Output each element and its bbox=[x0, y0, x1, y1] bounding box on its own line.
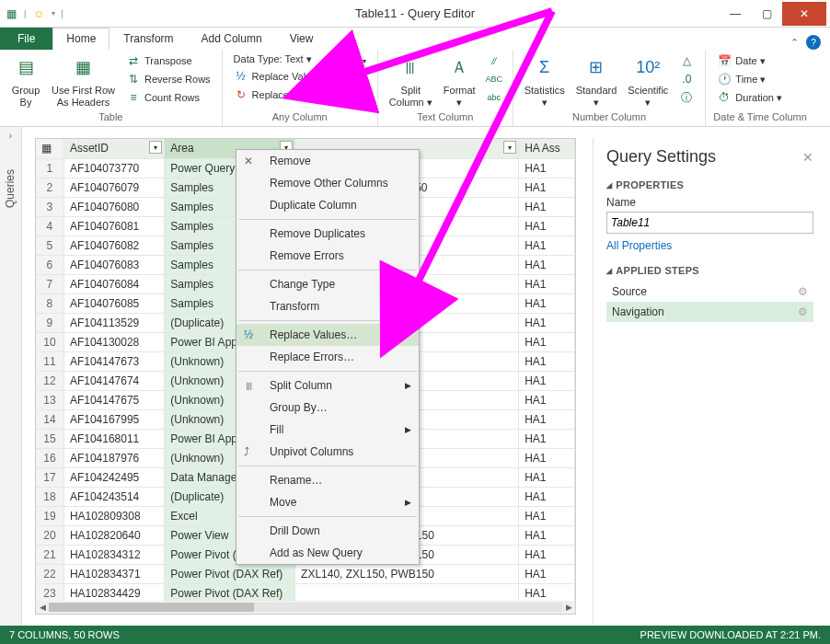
minimize-button[interactable]: — bbox=[720, 2, 751, 26]
queries-rail[interactable]: › Queries bbox=[0, 127, 22, 626]
row-number[interactable]: 14 bbox=[36, 409, 63, 429]
cm-fill[interactable]: Fill▶ bbox=[236, 419, 419, 441]
cell-ha[interactable]: HA1 bbox=[519, 293, 575, 313]
tab-transform[interactable]: Transform bbox=[110, 28, 187, 50]
tab-file[interactable]: File bbox=[0, 28, 52, 50]
cell-ha[interactable]: HA1 bbox=[519, 274, 575, 293]
collapse-icon[interactable]: ◢ bbox=[606, 181, 612, 190]
scroll-right-icon[interactable]: ▶ bbox=[562, 603, 575, 612]
cell-ha[interactable]: HA1 bbox=[519, 390, 575, 409]
info-button[interactable]: ⓘ bbox=[675, 88, 697, 107]
expand-queries-icon[interactable]: › bbox=[9, 131, 12, 141]
cell-assetid[interactable]: AF104147675 bbox=[63, 390, 164, 409]
cell-assetid[interactable]: HA102834371 bbox=[63, 564, 164, 583]
scientific-button[interactable]: 10² Scientific ▾ bbox=[624, 52, 672, 110]
cell-assetid[interactable]: AF104130028 bbox=[63, 332, 164, 351]
scroll-left-icon[interactable]: ◀ bbox=[36, 603, 49, 612]
row-number[interactable]: 22 bbox=[36, 564, 63, 583]
cell-assetid[interactable]: AF104167995 bbox=[63, 409, 164, 429]
cell-ha[interactable]: HA1 bbox=[519, 448, 575, 467]
query-name-input[interactable] bbox=[606, 212, 813, 234]
all-properties-link[interactable]: All Properties bbox=[606, 239, 672, 252]
cell-ha[interactable]: HA1 bbox=[519, 158, 575, 178]
fill-button[interactable]: ⬇▾ bbox=[340, 52, 370, 70]
first-row-headers-button[interactable]: ▦ Use First Row As Headers bbox=[48, 52, 119, 110]
row-number[interactable]: 1 bbox=[36, 158, 63, 178]
cell-ha[interactable]: HA1 bbox=[519, 197, 575, 216]
cm-replace-values[interactable]: ½Replace Values… bbox=[236, 324, 419, 346]
applied-step[interactable]: Source⚙ bbox=[606, 282, 813, 302]
col-haasset[interactable]: HA Ass bbox=[519, 139, 575, 158]
cell-ha[interactable]: HA1 bbox=[519, 525, 575, 545]
collapse-ribbon-icon[interactable]: ⌃ bbox=[790, 37, 799, 49]
cell-area[interactable]: Power Pivot (DAX Ref) bbox=[165, 583, 295, 603]
cm-add-as-query[interactable]: Add as New Query bbox=[236, 542, 419, 564]
row-number[interactable]: 15 bbox=[36, 429, 63, 448]
cell-assetid[interactable]: AF104113529 bbox=[63, 313, 164, 332]
cell-assetid[interactable]: AF104242495 bbox=[63, 467, 164, 487]
cell-assetid[interactable]: HA102809308 bbox=[63, 506, 164, 525]
row-number[interactable]: 17 bbox=[36, 467, 63, 487]
row-number[interactable]: 11 bbox=[36, 351, 63, 371]
replace-errors-button[interactable]: ↻Replace Errors bbox=[230, 86, 335, 104]
collapse-icon[interactable]: ◢ bbox=[606, 267, 612, 275]
row-number[interactable]: 19 bbox=[36, 506, 63, 525]
count-rows-button[interactable]: ≡Count Rows bbox=[122, 88, 214, 107]
row-number[interactable]: 5 bbox=[36, 236, 63, 255]
cell-ha[interactable]: HA1 bbox=[519, 236, 575, 255]
cm-split-column[interactable]: ⫼Split Column▶ bbox=[236, 374, 419, 397]
format-button[interactable]: Ａ Format ▾ bbox=[440, 52, 479, 110]
row-number[interactable]: 4 bbox=[36, 216, 63, 236]
date-button[interactable]: 📅Date ▾ bbox=[713, 52, 786, 70]
row-number[interactable]: 23 bbox=[36, 583, 63, 603]
col-assetid[interactable]: AssetID ▾ bbox=[63, 139, 164, 158]
gear-icon[interactable]: ⚙ bbox=[798, 305, 808, 318]
cell-hidden[interactable]: ZXL140, ZXL150, PWB150 bbox=[295, 564, 519, 583]
cell-assetid[interactable]: AF104147674 bbox=[63, 371, 164, 390]
cell-assetid[interactable]: AF104076085 bbox=[63, 293, 164, 313]
applied-step[interactable]: Navigation⚙ bbox=[606, 302, 813, 322]
cm-remove-other[interactable]: Remove Other Columns bbox=[236, 172, 419, 194]
row-number[interactable]: 7 bbox=[36, 274, 63, 293]
cell-area[interactable]: Power Pivot (DAX Ref) bbox=[165, 564, 295, 583]
cell-assetid[interactable]: HA102834312 bbox=[63, 545, 164, 564]
statistics-button[interactable]: Σ Statistics ▾ bbox=[521, 52, 569, 110]
cm-drill-down[interactable]: Drill Down bbox=[236, 520, 419, 542]
group-by-button[interactable]: ▤ Group By bbox=[7, 52, 44, 110]
cell-ha[interactable]: HA1 bbox=[519, 255, 575, 274]
help-icon[interactable]: ? bbox=[806, 35, 821, 50]
row-number[interactable]: 10 bbox=[36, 332, 63, 351]
row-number[interactable]: 16 bbox=[36, 448, 63, 467]
row-number[interactable]: 13 bbox=[36, 390, 63, 409]
extract-button[interactable]: ABC bbox=[483, 70, 505, 88]
tab-view[interactable]: View bbox=[276, 28, 328, 50]
cell-assetid[interactable]: AF104147673 bbox=[63, 351, 164, 371]
duration-button[interactable]: ⏱Duration ▾ bbox=[713, 88, 786, 107]
tab-home[interactable]: Home bbox=[52, 28, 110, 50]
horizontal-scrollbar[interactable]: ◀ ▶ bbox=[36, 601, 575, 614]
row-number[interactable]: 2 bbox=[36, 178, 63, 197]
cm-unpivot[interactable]: ⤴Unpivot Columns bbox=[236, 441, 419, 463]
replace-values-button[interactable]: ½Replace Values▾ bbox=[230, 67, 335, 86]
row-number[interactable]: 9 bbox=[36, 313, 63, 332]
cm-remove-duplicates[interactable]: Remove Duplicates bbox=[236, 223, 419, 245]
cell-assetid[interactable]: AF104168011 bbox=[63, 429, 164, 448]
cm-move[interactable]: Move▶ bbox=[236, 491, 419, 513]
row-number[interactable]: 20 bbox=[36, 525, 63, 545]
row-number[interactable]: 18 bbox=[36, 487, 63, 506]
close-settings-icon[interactable]: ✕ bbox=[802, 150, 813, 165]
cell-assetid[interactable]: AF104076079 bbox=[63, 178, 164, 197]
cell-ha[interactable]: HA1 bbox=[519, 351, 575, 371]
row-number[interactable]: 3 bbox=[36, 197, 63, 216]
cell-assetid[interactable]: AF104073770 bbox=[63, 158, 164, 178]
parse-button[interactable]: abc bbox=[483, 88, 505, 107]
tab-add-column[interactable]: Add Column bbox=[188, 28, 276, 50]
row-number[interactable]: 8 bbox=[36, 293, 63, 313]
data-type-dropdown[interactable]: Data Type: Text ▾ bbox=[230, 52, 335, 67]
cell-assetid[interactable]: AF104076081 bbox=[63, 216, 164, 236]
trigonometry-button[interactable]: △ bbox=[675, 52, 697, 70]
corner-cell[interactable]: ▦ bbox=[36, 139, 63, 158]
cm-remove-errors[interactable]: Remove Errors bbox=[236, 245, 419, 267]
cell-ha[interactable]: HA1 bbox=[519, 178, 575, 197]
smiley-icon[interactable]: ☺ bbox=[31, 6, 46, 21]
